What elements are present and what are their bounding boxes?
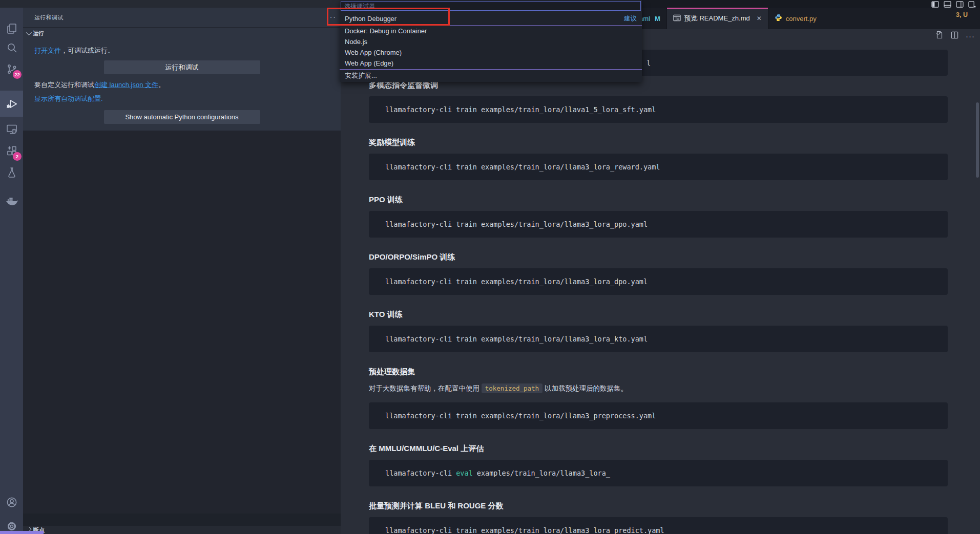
tab-label: convert.py (786, 15, 817, 23)
activity-bar-item-run-and-debug[interactable] (0, 91, 23, 117)
sidebar-title: 运行和调试 (23, 14, 64, 22)
md-heading: 在 MMLU/CMMLU/C-Eval 上评估 (369, 443, 948, 453)
debugger-quick-pick: Python Debugger建议Docker: Debug in Contai… (340, 0, 642, 82)
problems-badge: 3, U (956, 11, 980, 18)
md-heading: DPO/ORPO/SimPO 训练 (369, 252, 948, 262)
quick-pick-item-Web-App-Chrome-[interactable]: Web App (Chrome) (340, 47, 642, 58)
split-editor-icon[interactable] (951, 31, 958, 41)
show-configs-line: 显示所有自动调试配置. (34, 94, 329, 103)
customize-line: 要自定义运行和调试创建 launch.json 文件。 (34, 80, 329, 90)
md-heading: 批量预测并计算 BLEU 和 ROUGE 分数 (369, 501, 948, 510)
customize-prefix: 要自定义运行和调试 (34, 81, 94, 89)
open-changes-icon[interactable] (935, 31, 944, 41)
md-heading: PPO 训练 (369, 195, 948, 204)
activity-bar-item-testing[interactable] (0, 161, 23, 184)
activity-bar-item-extensions[interactable]: 2 (0, 139, 23, 163)
quick-pick-input[interactable] (341, 3, 640, 10)
remote-explorer-icon (6, 123, 18, 135)
chevron-down-icon (26, 30, 32, 35)
editor-actions: ··· (935, 31, 975, 41)
python-icon (775, 14, 782, 23)
md-heading: 奖励模型训练 (369, 137, 948, 147)
code-block: llamafactory-cli train examples/train_lo… (369, 326, 948, 352)
code-block: llamafactory-cli train examples/train_lo… (369, 517, 948, 534)
open-file-link[interactable]: 打开文件 (34, 47, 61, 54)
source-control-badge: 22 (13, 70, 22, 79)
run-and-debug-sidebar: 运行和调试 ··· 运行 打开文件，可调试或运行。 运行和调试 要自定义运行和调… (23, 8, 341, 534)
show-python-configurations-button[interactable]: Show automatic Python configurations (104, 110, 260, 124)
quick-pick-input-wrap (341, 1, 641, 11)
paragraph-text: 对于大数据集有帮助，在配置中使用 (369, 385, 482, 392)
quick-pick-item--...[interactable]: 安装扩展... (340, 70, 642, 81)
tab--README_zh.md[interactable]: 预览 README_zh.md✕ (667, 8, 768, 29)
quick-pick-item-hint: 建议 (624, 14, 637, 23)
activity-bar-item-remote-explorer[interactable] (0, 117, 23, 141)
sidebar-bottom-strip (23, 514, 341, 526)
md-heading: 预处理数据集 (369, 367, 948, 376)
account-icon (6, 496, 18, 508)
code-block: llamafactory-cli train examples/train_lo… (369, 154, 948, 180)
quick-pick-item-label: Web App (Edge) (345, 59, 393, 67)
activity-bar-item-source-control[interactable]: 22 (0, 57, 23, 81)
close-icon[interactable]: ✕ (757, 15, 762, 22)
tab-label: 预览 README_zh.md (684, 14, 750, 23)
modified-indicator: M (655, 15, 660, 23)
status-bar-corner (0, 531, 44, 534)
breakpoints-section-header[interactable]: 断点 (23, 526, 341, 534)
layout-sidebar-left-icon[interactable] (931, 1, 939, 7)
code-block: llamafactory-cli train examples/train_lo… (369, 96, 948, 123)
activity-bar-item-search[interactable] (0, 36, 23, 59)
activity-bar: 222 (0, 8, 23, 534)
activity-bar-item-account[interactable] (0, 490, 23, 514)
code-block: llamafactory-cli train examples/train_lo… (369, 211, 948, 238)
quick-pick-item-Node.js[interactable]: Node.js (340, 36, 642, 47)
quick-pick-item-label: Node.js (345, 38, 367, 46)
sidebar-welcome-pane: 运行和调试 ··· 运行 打开文件，可调试或运行。 运行和调试 要自定义运行和调… (23, 8, 341, 131)
quick-pick-item-label: Docker: Debug in Container (345, 27, 427, 35)
layout-sidebar-right-icon[interactable] (956, 1, 964, 7)
search-icon (6, 41, 18, 54)
quick-pick-item-Python-Debugger[interactable]: Python Debugger建议 (340, 12, 642, 26)
quick-pick-item-label: 安装扩展... (345, 71, 377, 80)
quick-pick-item-Docker-Debug-in-Container[interactable]: Docker: Debug in Container (340, 26, 642, 36)
activity-bar-item-docker[interactable] (0, 189, 23, 212)
open-file-suffix: ，可调试或运行。 (61, 47, 114, 54)
code-block: llamafactory-cli train examples/train_lo… (369, 268, 948, 295)
sidebar-more-actions-icon[interactable]: ··· (326, 14, 337, 19)
layout-panel-icon[interactable] (944, 1, 951, 7)
extensions-badge: 2 (13, 152, 22, 161)
docker-icon (5, 194, 18, 207)
explorer-icon (6, 23, 18, 35)
quick-pick-item-label: Web App (Chrome) (345, 49, 402, 56)
run-section-label: 运行 (33, 30, 44, 37)
code-block: llamafactory-cli eval examples/train_lor… (369, 460, 948, 486)
markdown-preview-content: l多模态指令监督微调llamafactory-cli train example… (369, 44, 948, 534)
run-and-debug-button[interactable]: 运行和调试 (104, 60, 260, 74)
debug-welcome-view: 打开文件，可调试或运行。 运行和调试 要自定义运行和调试创建 launch.js… (34, 46, 329, 130)
quick-pick-list: Python Debugger建议Docker: Debug in Contai… (340, 12, 642, 81)
customize-suffix: 。 (158, 81, 165, 89)
preview-icon (673, 14, 681, 23)
titlebar-left-strip (0, 0, 341, 8)
open-file-line: 打开文件，可调试或运行。 (34, 46, 329, 55)
show-all-configs-link[interactable]: 显示所有自动调试配置. (34, 95, 103, 102)
preview-scrollbar-thumb[interactable] (976, 102, 979, 178)
testing-icon (6, 166, 18, 179)
code-block: llamafactory-cli train examples/train_lo… (369, 402, 948, 429)
paragraph-text: 以加载预处理后的数据集。 (543, 385, 628, 392)
inline-code: tokenized_path (482, 383, 543, 393)
md-paragraph: 对于大数据集有帮助，在配置中使用 tokenized_path 以加载预处理后的… (369, 383, 948, 394)
tab-convert.py[interactable]: convert.py (768, 8, 823, 29)
md-heading: KTO 训练 (369, 309, 948, 319)
markdown-preview: l多模态指令监督微调llamafactory-cli train example… (341, 44, 980, 534)
quick-pick-item-label: Python Debugger (345, 15, 397, 23)
sidebar-title-row: 运行和调试 ··· (23, 8, 341, 27)
code-token-eval: eval (456, 469, 473, 477)
run-section-header[interactable]: 运行 (23, 27, 341, 39)
more-actions-icon[interactable]: ··· (966, 32, 975, 40)
layout-customize-icon[interactable] (968, 1, 976, 7)
window-layout-controls (931, 1, 976, 7)
create-launch-json-link[interactable]: 创建 launch.json 文件 (94, 81, 158, 89)
quick-pick-item-Web-App-Edge-[interactable]: Web App (Edge) (340, 58, 642, 69)
quick-pick-separator (340, 69, 642, 70)
